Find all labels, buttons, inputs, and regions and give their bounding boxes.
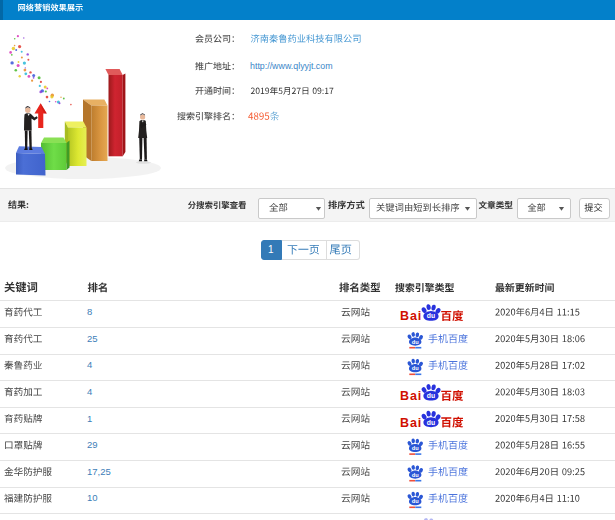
svg-text:du: du (427, 419, 435, 426)
svg-text:du: du (412, 365, 419, 371)
svg-text:du: du (412, 472, 419, 478)
svg-text:du: du (412, 445, 419, 451)
svg-text:du: du (412, 498, 419, 504)
svg-text:Bai: Bai (400, 389, 422, 403)
svg-text:du: du (427, 312, 435, 319)
svg-text:du: du (412, 339, 419, 345)
svg-text:du: du (427, 392, 435, 399)
svg-text:Bai: Bai (400, 309, 422, 323)
svg-text:Bai: Bai (400, 416, 422, 430)
